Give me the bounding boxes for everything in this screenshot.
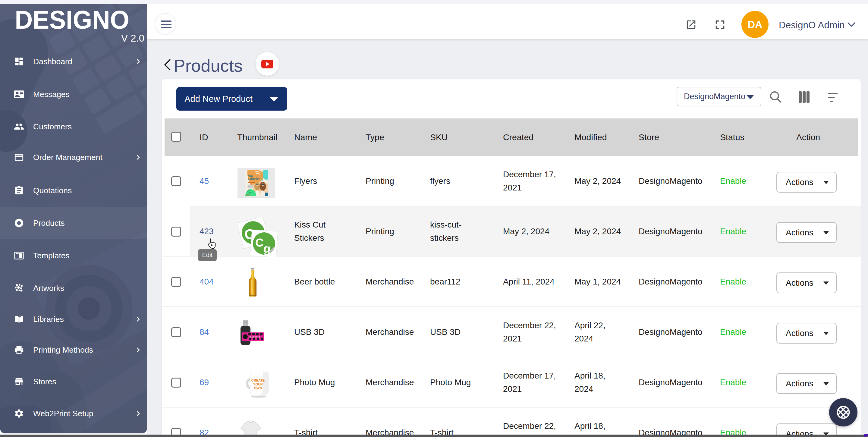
svg-text:YOUR: YOUR [253,382,263,386]
svg-text:CREATE: CREATE [251,378,265,382]
svg-text:g: g [263,242,271,256]
svg-text:New: New [248,174,253,177]
svg-text:Collection: Collection [248,177,260,180]
svg-text:C: C [255,236,264,249]
svg-text:Calathia: Calathia [249,336,260,338]
svg-text:OWN: OWN [254,386,262,390]
